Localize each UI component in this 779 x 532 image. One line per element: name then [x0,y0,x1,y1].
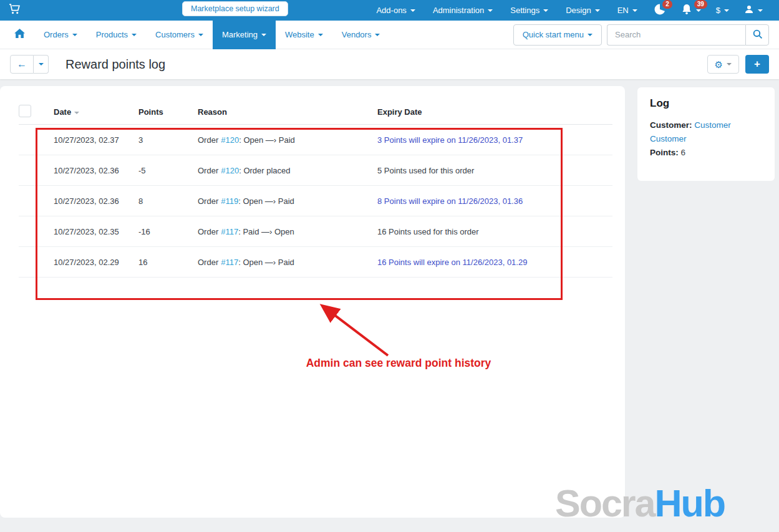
column-header-points[interactable]: Points [138,107,198,117]
topbar-menu-item[interactable]: Settings [501,0,557,21]
topbar-menu-item[interactable]: Add-ons [367,0,423,21]
nav-item[interactable]: Vendors [332,21,390,49]
back-arrow-icon: ← [17,59,27,70]
order-link[interactable]: #117 [221,227,238,236]
currency-menu[interactable]: $ [709,0,737,21]
cell-expiry-date: 8 Points will expire on 11/26/2023, 01.3… [377,196,612,206]
cell-expiry-date: 3 Points will expire on 11/26/2023, 01.3… [377,135,612,145]
nav-item[interactable]: Marketing [213,21,276,49]
storefront-cart-button[interactable] [9,4,21,17]
log-points-line: Points: 6 [650,146,753,160]
bell-icon [681,4,692,17]
notifications-button[interactable]: 39 [674,0,709,21]
back-button[interactable]: ← [10,55,34,74]
table-row[interactable]: 10/27/2023, 02.37 3 Order#120: Open —› P… [19,125,612,155]
table-row[interactable]: 10/27/2023, 02.29 16 Order#117: Open —› … [19,247,612,278]
nav-items-group: Orders Products Customers Marketing Webs… [34,21,389,49]
search-button[interactable] [745,24,769,46]
chevron-down-icon [375,34,380,36]
search-icon [752,29,763,41]
currency-label: $ [716,6,720,15]
column-header-reason[interactable]: Reason [198,107,377,117]
chevron-down-icon [595,9,600,12]
topbar-menu-group: Add-ons Administration Settings Design E… [367,0,646,21]
chevron-down-icon [696,9,701,12]
topbar-menu-item[interactable]: Administration [424,0,501,21]
add-button[interactable]: + [745,55,769,74]
home-icon [14,29,25,41]
navbar-right-group: Quick start menu [513,24,779,46]
cell-points: 3 [138,135,198,145]
order-link[interactable]: #120 [221,166,239,175]
gauge-badge: 2 [662,0,672,9]
table-row[interactable]: 10/27/2023, 02.36 8 Order#119: Open —› P… [19,186,612,216]
nav-item[interactable]: Orders [34,21,87,49]
table-row[interactable]: 10/27/2023, 02.35 -16 Order#117: Paid —›… [19,216,612,247]
sort-desc-icon [74,112,79,114]
cell-reason: Order#120: Open —› Paid [198,135,377,145]
cell-expiry-date: 16 Points will expire on 11/26/2023, 01.… [377,258,612,267]
notifications-badge: 39 [694,0,707,9]
log-customer-line: Customer: Customer Customer [650,118,753,146]
cell-reason: Order#117: Open —› Paid [198,258,377,267]
page-title: Reward points log [65,57,165,72]
log-panel-title: Log [650,97,762,110]
chevron-down-icon [198,34,203,36]
chevron-down-icon [588,34,593,36]
usage-gauge-button[interactable]: 2 [646,0,674,21]
cell-points: -5 [138,166,198,175]
back-dropdown-button[interactable] [34,55,49,74]
marketplace-setup-wizard-button[interactable]: Marketplace setup wizard [182,1,288,16]
chevron-down-icon [727,63,732,65]
log-side-panel: Log Customer: Customer Customer Points: … [637,87,775,181]
topbar-menu-item[interactable]: EN [609,0,646,21]
select-all-checkbox[interactable] [19,105,31,117]
chevron-down-icon [488,9,493,12]
search-input[interactable] [607,24,745,46]
cell-points: 8 [138,196,198,206]
cell-date: 10/27/2023, 02.35 [54,227,138,236]
cell-date: 10/27/2023, 02.36 [54,166,138,175]
table-row[interactable]: 10/27/2023, 02.36 -5 Order#120: Order pl… [19,155,612,186]
gear-icon: ⚙ [715,60,723,69]
chevron-down-icon [132,34,137,36]
home-button[interactable] [5,21,34,49]
column-header-date[interactable]: Date [54,107,138,117]
cell-date: 10/27/2023, 02.29 [54,258,138,267]
cell-reason: Order#119: Open —› Paid [198,196,377,206]
settings-gear-button[interactable]: ⚙ [707,55,739,74]
nav-item[interactable]: Website [276,21,332,49]
cart-icon [9,4,21,17]
cell-date: 10/27/2023, 02.37 [54,135,138,145]
chevron-down-icon [410,9,415,12]
order-link[interactable]: #119 [221,196,238,206]
main-nav-bar: Orders Products Customers Marketing Webs… [0,21,779,49]
chevron-down-icon [261,34,266,36]
chevron-down-icon [318,34,323,36]
page-toolbar: ← Reward points log ⚙ + [0,49,779,79]
cell-reason: Order#117: Paid —› Open [198,227,377,236]
topbar-menu-item[interactable]: Design [557,0,608,21]
chevron-down-icon [543,9,548,12]
plus-icon: + [754,58,760,70]
table-header-row: Date Points Reason Expiry Date [19,100,612,125]
quick-start-menu-button[interactable]: Quick start menu [513,24,602,46]
nav-item[interactable]: Products [87,21,146,49]
content-card: Date Points Reason Expiry Date 10/27/202… [0,86,625,518]
cell-expiry-date: 5 Points used for this order [377,166,612,175]
cell-date: 10/27/2023, 02.36 [54,196,138,206]
chevron-down-icon [724,9,729,12]
cell-expiry-date: 16 Points used for this order [377,227,612,236]
toolbar-actions: ⚙ + [707,55,769,74]
user-menu[interactable] [737,0,770,21]
cell-points: -16 [138,227,198,236]
nav-item[interactable]: Customers [146,21,213,49]
order-link[interactable]: #117 [221,258,238,267]
chevron-down-icon [39,63,44,65]
table-body: 10/27/2023, 02.37 3 Order#120: Open —› P… [19,125,612,278]
order-link[interactable]: #120 [221,135,239,145]
column-header-expiry[interactable]: Expiry Date [377,107,612,117]
cell-points: 16 [138,258,198,267]
socrahub-watermark: SocraHub [555,483,725,525]
chevron-down-icon [758,9,763,12]
